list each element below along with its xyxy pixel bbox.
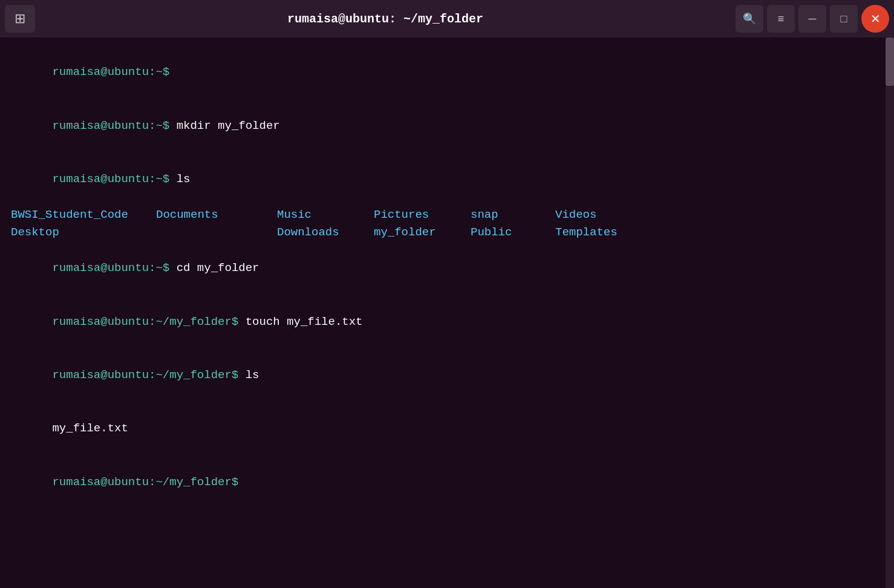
terminal-window: ⊞ rumaisa@ubuntu: ~/my_folder 🔍 ≡ ─ □ ✕ …	[0, 0, 894, 588]
command: ls	[238, 368, 259, 382]
ls-item: Videos	[555, 206, 652, 224]
prompt: rumaisa@ubuntu:~$	[52, 119, 169, 132]
command: ls	[169, 172, 190, 186]
scrollbar-track[interactable]	[886, 38, 894, 588]
window-title: rumaisa@ubuntu: ~/my_folder	[35, 12, 736, 26]
terminal-line: rumaisa@ubuntu:~$ mkdir my_folder	[11, 99, 883, 152]
maximize-icon: □	[841, 13, 847, 25]
close-icon: ✕	[870, 11, 881, 26]
title-bar: ⊞ rumaisa@ubuntu: ~/my_folder 🔍 ≡ ─ □ ✕	[0, 0, 894, 38]
command: mkdir my_folder	[169, 119, 279, 132]
search-button[interactable]: 🔍	[736, 5, 763, 33]
ls-item: Templates	[555, 224, 652, 241]
ls-item: Music	[277, 206, 374, 224]
ls-item: my_folder	[374, 224, 471, 241]
terminal-line: rumaisa@ubuntu:~$ ls	[11, 153, 883, 206]
terminal-line: rumaisa@ubuntu:~$	[11, 46, 883, 99]
ls-output-row2: Desktop Downloads my_folder Public Templ…	[11, 224, 883, 241]
ls-item	[156, 224, 277, 241]
scrollbar-thumb[interactable]	[886, 38, 894, 86]
command: cd my_folder	[169, 261, 259, 275]
terminal-line: my_file.txt	[11, 402, 883, 456]
ls-item: Public	[471, 224, 555, 241]
prompt: rumaisa@ubuntu:~/my_folder$	[52, 315, 238, 328]
file-output: my_file.txt	[52, 422, 128, 435]
ls-item: Documents	[156, 206, 277, 224]
ls-item: snap	[471, 206, 555, 224]
window-controls: 🔍 ≡ ─ □ ✕	[736, 5, 889, 33]
minimize-icon: ─	[809, 13, 817, 25]
prompt: rumaisa@ubuntu:~$	[52, 261, 169, 275]
terminal-line: rumaisa@ubuntu:~/my_folder$	[11, 456, 883, 509]
terminal-body[interactable]: rumaisa@ubuntu:~$ rumaisa@ubuntu:~$ mkdi…	[0, 38, 894, 588]
terminal-line: rumaisa@ubuntu:~/my_folder$ ls	[11, 348, 883, 402]
prompt: rumaisa@ubuntu:~/my_folder$	[52, 368, 238, 382]
prompt: rumaisa@ubuntu:~$	[52, 65, 169, 79]
ls-item: Downloads	[277, 224, 374, 241]
ls-item: Pictures	[374, 206, 471, 224]
prompt: rumaisa@ubuntu:~$	[52, 172, 169, 186]
new-tab-button[interactable]: ⊞	[5, 5, 35, 33]
maximize-button[interactable]: □	[830, 5, 858, 33]
ls-output-row1: BWSI_Student_Code Documents Music Pictur…	[11, 206, 883, 224]
ls-item: Desktop	[11, 224, 156, 241]
terminal-line: rumaisa@ubuntu:~$ cd my_folder	[11, 242, 883, 295]
search-icon: 🔍	[743, 12, 756, 25]
terminal-line: rumaisa@ubuntu:~/my_folder$ touch my_fil…	[11, 295, 883, 348]
prompt: rumaisa@ubuntu:~/my_folder$	[52, 475, 238, 489]
ls-item: BWSI_Student_Code	[11, 206, 156, 224]
minimize-button[interactable]: ─	[798, 5, 826, 33]
menu-button[interactable]: ≡	[767, 5, 795, 33]
new-tab-icon: ⊞	[15, 11, 25, 27]
close-button[interactable]: ✕	[861, 5, 889, 33]
command: touch my_file.txt	[238, 315, 362, 328]
menu-icon: ≡	[778, 13, 785, 25]
